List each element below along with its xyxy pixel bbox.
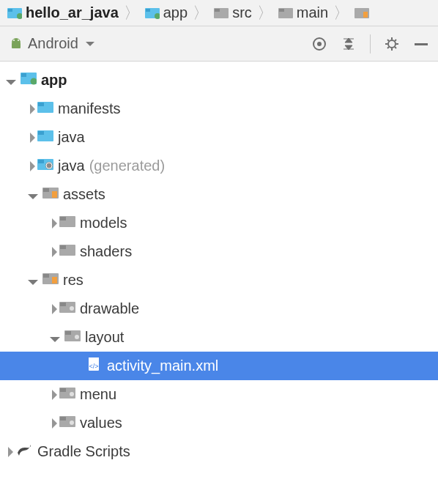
project-tree: appmanifestsjavajava (generated)assetsmo… <box>0 62 438 466</box>
collapse-all-icon[interactable] <box>341 36 357 52</box>
svg-rect-18 <box>415 43 428 45</box>
folder-icon <box>355 7 369 19</box>
tree-item-label: java <box>58 158 85 174</box>
breadcrumb-item[interactable]: hello_ar_java <box>4 4 122 21</box>
breadcrumb-item[interactable]: main <box>275 4 331 21</box>
tree-item-values[interactable]: values <box>0 409 438 437</box>
chevron-right-icon[interactable] <box>30 161 35 171</box>
view-selector[interactable]: Android <box>9 35 311 52</box>
tree-item-res[interactable]: res <box>0 266 438 294</box>
folder-grey-icon <box>59 243 75 260</box>
folder-res-icon <box>59 415 75 431</box>
tree-item-label: models <box>80 215 127 231</box>
chevron-right-icon[interactable] <box>30 104 35 114</box>
svg-rect-43 <box>65 331 71 335</box>
svg-rect-25 <box>38 131 44 135</box>
svg-rect-4 <box>146 9 150 12</box>
tree-item-label: layout <box>85 329 124 346</box>
tree-item-label: menu <box>80 386 116 403</box>
chevron-right-icon[interactable] <box>30 133 35 143</box>
tree-item-label: activity_main.xml <box>107 357 218 374</box>
breadcrumb-item[interactable]: src <box>211 4 255 21</box>
svg-point-54 <box>28 445 30 448</box>
tree-item-label: Gradle Scripts <box>37 443 130 460</box>
chevron-right-icon[interactable] <box>52 390 57 400</box>
chevron-right-icon[interactable] <box>52 304 57 314</box>
svg-rect-23 <box>38 103 44 106</box>
folder-yellow-icon <box>42 272 59 289</box>
svg-rect-30 <box>43 188 49 192</box>
module-icon <box>145 7 160 19</box>
project-toolbar: Android <box>0 26 438 62</box>
svg-text:</>: </> <box>89 363 98 370</box>
svg-rect-35 <box>60 245 66 249</box>
svg-rect-27 <box>38 160 44 163</box>
tree-item-activity-main-xml[interactable]: </>activity_main.xml <box>0 352 438 380</box>
svg-point-53 <box>70 420 74 425</box>
tree-item-layout[interactable]: layout <box>0 323 438 352</box>
folder-blue-icon <box>37 100 53 117</box>
tree-item-label: res <box>63 272 83 289</box>
svg-point-13 <box>13 40 15 41</box>
chevron-down-icon[interactable] <box>6 80 16 85</box>
svg-point-44 <box>75 335 79 339</box>
tree-item-gradle-scripts[interactable]: Gradle Scripts <box>0 437 438 466</box>
svg-point-14 <box>18 40 19 41</box>
tree-item-assets[interactable]: assets <box>0 180 438 209</box>
svg-point-41 <box>70 306 74 311</box>
chevron-right-icon: 〉 <box>255 5 275 21</box>
breadcrumb: hello_ar_java 〉 app 〉 src 〉 main 〉 <box>0 0 438 26</box>
tree-item-java[interactable]: java <box>0 123 438 152</box>
chevron-right-icon[interactable] <box>52 218 57 229</box>
chevron-right-icon[interactable] <box>8 447 13 457</box>
chevron-down-icon[interactable] <box>28 280 38 285</box>
chevron-down-icon[interactable] <box>28 194 38 199</box>
tree-item-label: drawable <box>80 300 139 317</box>
svg-rect-38 <box>52 277 57 284</box>
svg-rect-49 <box>60 388 66 392</box>
svg-rect-7 <box>215 9 220 12</box>
android-icon <box>9 37 23 51</box>
tree-item-label: manifests <box>58 100 121 117</box>
svg-point-50 <box>70 392 74 396</box>
no-arrow <box>72 361 82 371</box>
tree-item-suffix: (generated) <box>89 158 165 174</box>
svg-rect-33 <box>60 217 66 220</box>
tree-item-label: values <box>80 415 122 431</box>
tree-item-drawable[interactable]: drawable <box>0 294 438 323</box>
chevron-right-icon[interactable] <box>52 418 57 429</box>
breadcrumb-label: main <box>297 4 328 21</box>
folder-icon <box>278 7 293 19</box>
folder-gen-icon <box>37 158 53 174</box>
svg-rect-31 <box>52 191 57 198</box>
module-icon <box>21 72 37 89</box>
target-icon[interactable] <box>311 36 327 52</box>
hide-icon[interactable] <box>413 36 429 52</box>
svg-point-16 <box>317 42 322 46</box>
module-icon <box>7 7 22 19</box>
tree-item-app[interactable]: app <box>0 66 438 94</box>
folder-res-icon <box>59 386 75 403</box>
divider <box>370 34 371 53</box>
tree-item-menu[interactable]: menu <box>0 380 438 409</box>
gear-icon[interactable] <box>384 36 400 52</box>
svg-rect-52 <box>60 417 66 420</box>
breadcrumb-item[interactable] <box>352 7 372 19</box>
folder-grey-icon <box>59 215 75 231</box>
tree-item-models[interactable]: models <box>0 209 438 237</box>
tree-item-shaders[interactable]: shaders <box>0 237 438 266</box>
breadcrumb-item[interactable]: app <box>142 4 190 21</box>
xml-icon: </> <box>86 357 103 375</box>
tree-item-label: assets <box>63 186 105 203</box>
tree-item-java[interactable]: java (generated) <box>0 152 438 180</box>
chevron-down-icon[interactable] <box>50 337 60 342</box>
folder-icon <box>214 7 229 19</box>
svg-rect-37 <box>43 274 49 278</box>
breadcrumb-label: src <box>232 4 252 21</box>
gradle-icon <box>15 442 33 461</box>
tree-item-manifests[interactable]: manifests <box>0 94 438 123</box>
chevron-right-icon[interactable] <box>52 247 57 257</box>
svg-rect-11 <box>363 12 368 18</box>
svg-rect-40 <box>60 303 66 306</box>
folder-yellow-icon <box>42 186 59 203</box>
